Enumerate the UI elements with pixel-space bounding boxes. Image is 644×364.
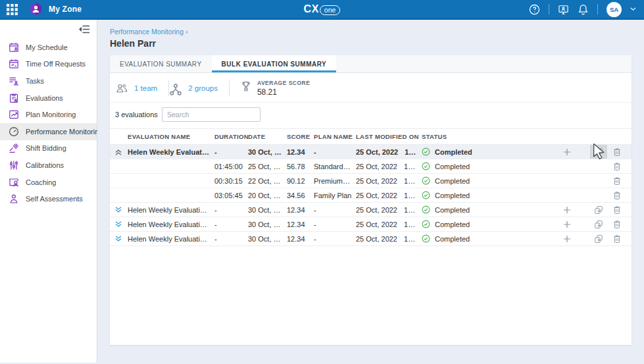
topbar-divider xyxy=(549,4,549,14)
sidebar-item-tasks[interactable]: Tasks xyxy=(0,72,97,90)
table-row[interactable]: 01:45:00 25 Oct, 2022 56.78 Standard Pla… xyxy=(110,159,632,174)
check-circle-icon xyxy=(422,191,430,199)
search-box[interactable] xyxy=(162,107,260,122)
cell-date: 30 Oct, 2022 xyxy=(248,148,287,156)
column-header[interactable]: DATE xyxy=(248,133,287,140)
table-row[interactable]: Helen Weekly Evaluation - June 20 - 30 O… xyxy=(110,203,632,217)
cell-status: Completed xyxy=(422,176,558,185)
delete-button[interactable] xyxy=(608,217,626,231)
sidebar-item-label: Self Assessments xyxy=(26,195,83,203)
sidebar-item-label: Plan Monitoring xyxy=(26,111,76,118)
table-row[interactable]: Helen Weekly Evaluation - June 20 - 30 O… xyxy=(110,232,632,246)
copy-button[interactable] xyxy=(590,203,607,217)
sidebar-item-time-off-requests[interactable]: Time Off Requests xyxy=(0,56,97,73)
app-launcher-icon[interactable] xyxy=(7,4,18,15)
cell-plan-name: - xyxy=(314,148,356,156)
cell-duration: - xyxy=(214,206,248,214)
column-header[interactable]: LAST MODIFIED ON xyxy=(356,133,422,140)
search-input[interactable] xyxy=(167,111,256,118)
sidebar-item-performance-monitoring[interactable]: Performance Monitoring xyxy=(0,123,97,140)
delete-button[interactable] xyxy=(608,203,626,217)
user-avatar[interactable]: SA xyxy=(607,2,622,17)
user-menu-chevron-icon[interactable] xyxy=(630,7,636,11)
cell-plan-name: Standard Plan xyxy=(314,163,356,170)
column-header[interactable]: PLAN NAME xyxy=(314,133,356,140)
sidebar-item-shift-bidding[interactable]: Shift Bidding xyxy=(0,140,97,157)
team-stat[interactable]: 1 team xyxy=(115,83,168,94)
agent-console-icon[interactable] xyxy=(558,4,569,15)
groups-link[interactable]: 2 groups xyxy=(188,84,218,92)
sidebar: My Schedule Time Off Requests Tasks Eval… xyxy=(0,20,97,363)
sidebar-item-label: Time Off Requests xyxy=(26,60,86,68)
notifications-bell-icon[interactable] xyxy=(578,4,589,15)
cell-last-modified: 25 Oct, 202212:45 PM xyxy=(356,221,422,228)
sidebar-item-calibrations[interactable]: Calibrations xyxy=(0,157,97,174)
sidebar-item-plan-monitoring[interactable]: Plan Monitoring xyxy=(0,106,97,123)
copy-button[interactable] xyxy=(590,232,607,246)
sidebar-item-label: My Schedule xyxy=(26,43,68,51)
add-button[interactable] xyxy=(558,145,576,159)
sidebar-collapse-icon[interactable] xyxy=(78,25,90,34)
column-header[interactable]: DURATION xyxy=(214,133,248,140)
delete-button[interactable] xyxy=(608,145,626,159)
chevron-double-down-icon[interactable] xyxy=(110,206,128,214)
app-title: My Zone xyxy=(49,5,82,14)
copy-button[interactable] xyxy=(590,145,607,159)
row-actions xyxy=(558,159,632,173)
cell-date: 30 Oct, 2022 xyxy=(248,235,287,243)
delete-button[interactable] xyxy=(608,159,626,173)
modified-date: 25 Oct, 2022 xyxy=(356,148,398,156)
sidebar-item-my-schedule[interactable]: My Schedule xyxy=(0,39,97,56)
add-button[interactable] xyxy=(558,232,576,246)
cell-evaluation-name: Helen Weekly Evaluation - June 20 xyxy=(128,206,214,214)
status-label: Completed xyxy=(435,148,472,156)
column-header[interactable]: EVALUATION NAME xyxy=(128,133,214,140)
self-assessments-icon xyxy=(9,194,19,204)
sidebar-item-coaching[interactable]: Coaching xyxy=(0,174,97,191)
chevron-double-up-icon[interactable] xyxy=(110,148,128,156)
delete-button[interactable] xyxy=(608,174,626,188)
copy-button[interactable] xyxy=(590,217,607,231)
add-button[interactable] xyxy=(558,203,576,217)
tab-bulk-evaluation-summary[interactable]: BULK EVALUATION SUMMARY xyxy=(212,55,337,72)
column-header[interactable]: STATUS xyxy=(422,133,558,140)
modified-date: 25 Oct, 2022 xyxy=(356,177,397,185)
table-row[interactable]: Helen Weekly Evaluation - June 20 - 30 O… xyxy=(110,217,632,232)
add-button[interactable] xyxy=(558,217,576,231)
row-actions xyxy=(558,188,632,202)
delete-button[interactable] xyxy=(608,232,626,246)
table-toolbar: 3 evaluations xyxy=(110,103,632,128)
help-icon[interactable] xyxy=(529,4,540,15)
delete-button[interactable] xyxy=(608,188,626,202)
my-zone-logo-icon xyxy=(29,2,43,16)
groups-icon xyxy=(169,83,182,94)
check-circle-icon xyxy=(422,234,430,243)
cell-score: 90.12 xyxy=(287,177,314,185)
cell-last-modified: 25 Oct, 202212:45 PM xyxy=(356,235,422,243)
table-row[interactable]: Helen Weekly Evaluation - June... - 30 O… xyxy=(110,145,632,159)
breadcrumb-link[interactable]: Performance Monitoring xyxy=(110,28,184,36)
row-actions xyxy=(558,174,632,188)
tab-evaluation-summary[interactable]: EVALUATION SUMMARY xyxy=(110,55,212,72)
calibrations-icon xyxy=(9,160,19,170)
row-actions xyxy=(558,203,632,217)
average-score-label: AVERAGE SCORE xyxy=(257,80,310,86)
breadcrumb[interactable]: Performance Monitoring › xyxy=(110,28,632,36)
column-header[interactable]: SCORE xyxy=(287,133,314,140)
topbar-divider xyxy=(597,4,598,14)
cell-last-modified: 25 Oct, 202212:45 PM xyxy=(356,163,422,170)
status-label: Completed xyxy=(435,163,470,170)
check-circle-icon xyxy=(422,147,430,156)
table-row[interactable]: 03:05:45 20 Oct, 2022 34.56 Family Plan … xyxy=(110,188,632,203)
cell-duration: - xyxy=(214,221,248,228)
sidebar-item-self-assessments[interactable]: Self Assessments xyxy=(0,190,97,207)
team-link[interactable]: 1 team xyxy=(134,84,157,92)
chevron-double-down-icon[interactable] xyxy=(110,235,128,243)
sidebar-item-evaluations[interactable]: Evaluations xyxy=(0,90,97,107)
sidebar-item-label: Evaluations xyxy=(26,94,63,102)
groups-stat[interactable]: 2 groups xyxy=(169,83,229,94)
table-header: EVALUATION NAME DURATION DATE SCORE PLAN… xyxy=(110,128,632,145)
cell-score: 12.34 xyxy=(287,148,314,156)
chevron-double-down-icon[interactable] xyxy=(110,221,128,228)
table-row[interactable]: 00:30:15 22 Oct, 2022 90.12 Premium Plan… xyxy=(110,174,632,188)
